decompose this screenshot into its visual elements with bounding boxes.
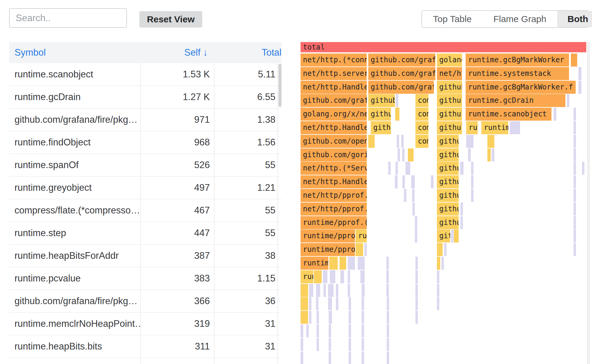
flame-bar[interactable]: runtime.systemstack (466, 67, 569, 80)
flame-bar[interactable]: golang (437, 54, 462, 67)
flame-bar[interactable] (571, 54, 577, 67)
flame-bar[interactable] (437, 270, 439, 283)
flame-bar[interactable] (309, 284, 313, 297)
flame-bar[interactable] (386, 257, 389, 270)
flame-bar[interactable] (401, 135, 404, 148)
flame-bar[interactable] (301, 311, 308, 324)
flame-bar[interactable] (408, 148, 414, 161)
flame-bar[interactable] (364, 243, 367, 256)
flame-bar[interactable]: com (415, 135, 428, 148)
flame-bar[interactable] (358, 257, 365, 270)
table-row[interactable]: runtime.heapBits.bits31131 (9, 335, 281, 358)
flame-bar[interactable] (396, 94, 398, 107)
flame-bar[interactable] (356, 243, 363, 256)
flame-bar[interactable] (348, 257, 355, 270)
flame-bar[interactable]: githu (437, 162, 459, 175)
flame-bar[interactable] (415, 270, 418, 283)
flame-bar[interactable] (444, 243, 447, 256)
flame-bar[interactable] (412, 203, 415, 216)
table-row[interactable]: runtime.spanOf52655 (9, 154, 281, 177)
column-header-symbol[interactable]: Symbol (9, 42, 141, 63)
flame-bar[interactable] (395, 162, 398, 175)
flame-bar[interactable] (415, 311, 418, 324)
flame-bar[interactable]: runtime.gcDrain (466, 94, 565, 107)
flame-bar[interactable] (387, 297, 389, 310)
flame-bar[interactable] (415, 229, 417, 242)
flame-bar[interactable] (387, 352, 389, 364)
flame-bar[interactable]: com (415, 94, 428, 107)
flame-bar[interactable]: runtim (481, 121, 508, 134)
flame-bar[interactable] (328, 297, 332, 310)
flame-bar[interactable] (574, 121, 576, 134)
table-row[interactable]: runtime.memclrNoHeapPoint…31931 (9, 313, 281, 335)
flame-bar[interactable] (329, 311, 332, 324)
flame-bar[interactable] (397, 135, 399, 148)
flame-bar[interactable]: githu (437, 148, 459, 161)
flame-bar[interactable] (386, 270, 389, 283)
table-row[interactable]: runtime.pcvalue3831.15 (9, 267, 281, 290)
flame-bar[interactable]: github (437, 81, 462, 94)
flame-bar[interactable] (317, 338, 319, 351)
toggle-option-both[interactable]: Both (557, 11, 592, 27)
flame-bar[interactable]: golang.org/x/ne (301, 108, 367, 121)
flame-bar[interactable]: githu (437, 216, 459, 229)
flame-bar[interactable] (574, 203, 576, 216)
flame-bar[interactable]: githu (437, 135, 459, 148)
flame-bar[interactable] (554, 108, 556, 121)
flame-bar[interactable]: runt (466, 121, 478, 134)
toggle-option-flame-graph[interactable]: Flame Graph (483, 11, 557, 27)
flame-bar[interactable] (324, 284, 326, 297)
column-header-self[interactable]: Self ↓ (141, 42, 214, 63)
table-row[interactable]: compress/flate.(*compresso…46755 (9, 199, 281, 222)
flame-bar[interactable] (574, 243, 576, 256)
flame-bar[interactable] (574, 135, 576, 148)
flame-bar[interactable] (441, 257, 444, 270)
flame-bar[interactable] (340, 270, 344, 283)
flame-bar[interactable] (317, 311, 319, 324)
flame-bar[interactable] (574, 162, 576, 175)
flame-bar[interactable] (362, 297, 364, 310)
flame-bar[interactable] (398, 148, 400, 161)
flame-bar[interactable] (415, 297, 418, 310)
flame-bar[interactable] (340, 257, 346, 270)
flame-bar[interactable] (460, 162, 463, 175)
flame-bar[interactable] (567, 94, 569, 107)
table-row[interactable]: github.com/grafana/fire/pkg…36636 (9, 290, 281, 313)
flame-bar[interactable] (301, 324, 303, 337)
flame-bar[interactable]: run (301, 270, 313, 283)
flame-bar[interactable] (301, 284, 308, 297)
flame-bar[interactable]: github.com/open (301, 135, 367, 148)
flame-bar[interactable] (388, 162, 391, 175)
flame-bar[interactable] (323, 270, 327, 283)
flame-bar[interactable] (404, 189, 406, 202)
table-row[interactable] (9, 358, 281, 364)
flame-bar[interactable] (411, 175, 415, 188)
flame-bar[interactable]: runtime.scanobject (466, 108, 551, 121)
flame-bar[interactable] (460, 203, 463, 216)
flame-bar-total[interactable]: total (301, 42, 586, 52)
flame-bar[interactable] (348, 270, 350, 283)
flame-bar[interactable] (437, 257, 440, 270)
flame-bar[interactable] (437, 243, 443, 256)
flame-bar[interactable]: github.com/gori (301, 148, 367, 161)
flame-bar[interactable] (487, 135, 494, 148)
flame-bar[interactable]: net/http/pprof.h (301, 203, 367, 216)
flame-bar[interactable]: git (437, 229, 450, 242)
flame-bar[interactable]: githu (437, 203, 459, 216)
flame-bar[interactable] (314, 270, 322, 283)
table-row[interactable]: runtime.gcDrain1.27 K6.55 (9, 86, 281, 109)
flame-bar[interactable] (349, 324, 351, 337)
flame-bar[interactable]: githu (437, 175, 459, 188)
flame-bar[interactable]: githul (437, 108, 462, 121)
flame-bar[interactable] (578, 67, 581, 80)
flame-bar[interactable] (492, 148, 494, 161)
search-input[interactable] (9, 8, 127, 28)
flame-bar[interactable] (395, 108, 399, 121)
flame-bar[interactable] (402, 175, 405, 188)
flame-bar[interactable] (349, 311, 351, 324)
flame-bar[interactable]: com (415, 121, 428, 134)
flame-bar[interactable] (574, 216, 576, 229)
flame-bar[interactable]: githu (368, 108, 391, 121)
table-scrollbar-thumb[interactable] (278, 64, 281, 107)
flame-bar[interactable]: com (415, 108, 428, 121)
